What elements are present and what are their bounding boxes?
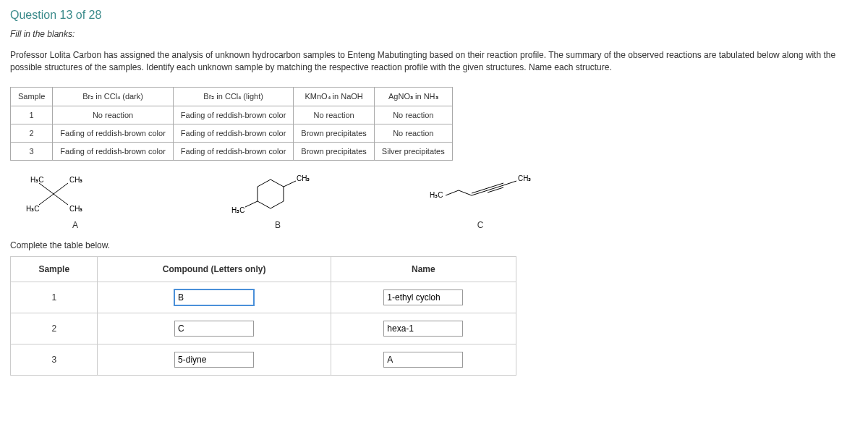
question-paragraph: Professor Lolita Carbon has assigned the… bbox=[10, 49, 858, 74]
structure-a: H₃C CH₃ H₃C CH₃ bbox=[25, 172, 126, 216]
rx-header-br2-light: Br₂ in CCl₄ (light) bbox=[173, 87, 294, 106]
name-input-1[interactable] bbox=[383, 289, 463, 305]
svg-line-18 bbox=[488, 185, 503, 190]
svg-marker-8 bbox=[258, 179, 284, 208]
rx-cell: No reaction bbox=[53, 106, 174, 124]
label-c: C bbox=[430, 220, 531, 230]
label-b: B bbox=[227, 220, 328, 230]
ans-sample: 3 bbox=[11, 344, 98, 375]
compound-input-3[interactable] bbox=[174, 352, 254, 368]
svg-text:H₃C: H₃C bbox=[30, 176, 43, 184]
svg-line-16 bbox=[472, 190, 488, 195]
ans-row: 1 bbox=[11, 282, 516, 313]
svg-line-17 bbox=[472, 188, 488, 193]
instruction-text: Fill in the blanks: bbox=[10, 29, 858, 39]
structure-c: H₃C CH₃ bbox=[430, 172, 531, 216]
structures-row: H₃C CH₃ H₃C CH₃ CH₃ H₃C H₃C CH₃ bbox=[25, 172, 858, 216]
svg-line-3 bbox=[54, 194, 68, 205]
question-title: Question 13 of 28 bbox=[10, 9, 858, 22]
compound-input-1[interactable] bbox=[174, 289, 254, 305]
rx-row: 3 Fading of reddish-brown color Fading o… bbox=[11, 142, 453, 160]
rx-row: 2 Fading of reddish-brown color Fading o… bbox=[11, 124, 453, 142]
svg-text:CH₃: CH₃ bbox=[69, 176, 82, 184]
rx-cell: Fading of reddish-brown color bbox=[173, 142, 294, 160]
svg-line-19 bbox=[488, 183, 503, 188]
rx-cell: No reaction bbox=[374, 124, 452, 142]
rx-cell: Fading of reddish-brown color bbox=[173, 106, 294, 124]
name-input-3[interactable] bbox=[383, 352, 463, 368]
label-a: A bbox=[25, 220, 126, 230]
svg-line-0 bbox=[39, 183, 54, 194]
structure-a-svg: H₃C CH₃ H₃C CH₃ bbox=[25, 172, 126, 216]
svg-text:CH₃: CH₃ bbox=[297, 174, 310, 182]
svg-text:CH₃: CH₃ bbox=[69, 205, 82, 213]
compound-input-2[interactable] bbox=[174, 321, 254, 337]
rx-cell: Fading of reddish-brown color bbox=[53, 142, 174, 160]
rx-cell: Silver precipitates bbox=[374, 142, 452, 160]
svg-line-21 bbox=[503, 181, 516, 185]
complete-instruction: Complete the table below. bbox=[10, 240, 858, 250]
structure-b: CH₃ H₃C bbox=[227, 172, 328, 216]
rx-cell: Brown precipitates bbox=[294, 124, 375, 142]
svg-text:CH₃: CH₃ bbox=[518, 174, 531, 182]
svg-text:H₃C: H₃C bbox=[26, 205, 39, 213]
ans-header-name: Name bbox=[331, 256, 516, 282]
rx-cell: No reaction bbox=[374, 106, 452, 124]
rx-cell: Fading of reddish-brown color bbox=[53, 124, 174, 142]
ans-sample: 2 bbox=[11, 313, 98, 344]
rx-row: 1 No reaction Fading of reddish-brown co… bbox=[11, 106, 453, 124]
svg-line-9 bbox=[284, 181, 296, 187]
svg-text:H₃C: H₃C bbox=[430, 191, 443, 199]
rx-header-agno3: AgNO₃ in NH₃ bbox=[374, 87, 452, 106]
svg-line-20 bbox=[488, 187, 503, 193]
ans-row: 2 bbox=[11, 313, 516, 344]
svg-line-14 bbox=[446, 190, 459, 195]
svg-line-15 bbox=[459, 190, 472, 195]
ans-header-sample: Sample bbox=[11, 256, 98, 282]
name-input-2[interactable] bbox=[383, 321, 463, 337]
rx-cell: 1 bbox=[11, 106, 53, 124]
svg-line-11 bbox=[245, 201, 258, 207]
rx-cell: 2 bbox=[11, 124, 53, 142]
ans-header-compound: Compound (Letters only) bbox=[98, 256, 331, 282]
rx-cell: Brown precipitates bbox=[294, 142, 375, 160]
ans-sample: 1 bbox=[11, 282, 98, 313]
svg-text:H₃C: H₃C bbox=[231, 206, 244, 214]
svg-line-1 bbox=[54, 183, 68, 194]
rx-cell: No reaction bbox=[294, 106, 375, 124]
reaction-table: Sample Br₂ in CCl₄ (dark) Br₂ in CCl₄ (l… bbox=[10, 87, 453, 161]
structure-labels: A B C bbox=[25, 220, 858, 230]
rx-header-sample: Sample bbox=[11, 87, 53, 106]
rx-header-br2-dark: Br₂ in CCl₄ (dark) bbox=[53, 87, 174, 106]
rx-cell: Fading of reddish-brown color bbox=[173, 124, 294, 142]
structure-c-svg: H₃C CH₃ bbox=[430, 172, 545, 216]
rx-cell: 3 bbox=[11, 142, 53, 160]
svg-line-2 bbox=[39, 194, 54, 205]
ans-row: 3 bbox=[11, 344, 516, 375]
rx-header-kmno4: KMnO₄ in NaOH bbox=[294, 87, 375, 106]
structure-b-svg: CH₃ H₃C bbox=[227, 172, 328, 216]
answer-table: Sample Compound (Letters only) Name 1 2 … bbox=[10, 256, 516, 376]
